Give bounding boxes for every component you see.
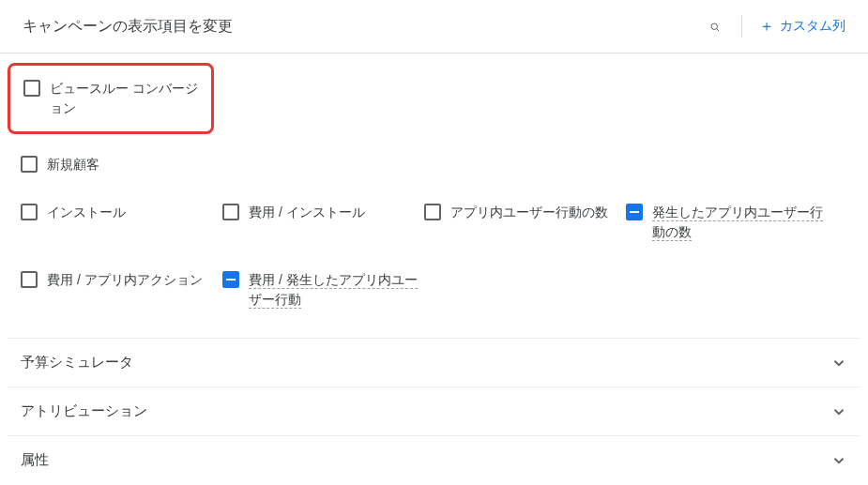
item-label: インストール <box>47 203 126 222</box>
item-install[interactable]: インストール <box>21 203 126 222</box>
item-label: 費用 / アプリ内アクション <box>47 270 203 290</box>
checkbox-unchecked[interactable] <box>21 156 38 173</box>
item-label: ビュースルー コンバージョン <box>50 79 198 118</box>
checkbox-unchecked[interactable] <box>21 204 38 220</box>
section-attributes[interactable]: 属性 <box>8 435 860 484</box>
item-label: 発生したアプリ内ユーザー行動の数 <box>652 205 823 241</box>
item-label: アプリ内ユーザー行動の数 <box>450 203 608 222</box>
item-view-through-conv[interactable]: ビュースルー コンバージョン <box>23 79 198 118</box>
custom-column-label: カスタム列 <box>780 18 845 35</box>
item-label: 費用 / インストール <box>249 203 365 222</box>
item-label-wrapper: 費用 / 発生したアプリ内ユーザー行動 <box>249 270 424 310</box>
checkbox-indeterminate[interactable] <box>222 271 239 288</box>
section-attribution[interactable]: アトリビューション <box>8 386 860 435</box>
item-occurred-in-app-actions[interactable]: 発生したアプリ内ユーザー行動の数 <box>626 203 828 242</box>
item-cost-per-occurred-action[interactable]: 費用 / 発生したアプリ内ユーザー行動 <box>222 270 424 310</box>
custom-column-button[interactable]: ＋ カスタム列 <box>759 17 845 37</box>
content: ビュースルー コンバージョン 新規顧客 インストール 費用 / インストール <box>0 53 868 484</box>
checkbox-unchecked[interactable] <box>424 204 441 220</box>
highlight-box: ビュースルー コンバージョン <box>8 63 214 134</box>
item-cost-per-in-app-action[interactable]: 費用 / アプリ内アクション <box>21 270 203 290</box>
item-cost-per-install[interactable]: 費用 / インストール <box>222 203 365 222</box>
search-icon[interactable] <box>706 17 724 36</box>
section-budget-simulator[interactable]: 予算シミュレータ <box>8 338 860 386</box>
item-in-app-actions-count[interactable]: アプリ内ユーザー行動の数 <box>424 203 608 222</box>
header-actions: ＋ カスタム列 <box>706 15 845 38</box>
section-title: 予算シミュレータ <box>21 354 133 371</box>
divider <box>741 15 742 38</box>
svg-line-1 <box>717 29 719 31</box>
chevron-down-icon <box>830 355 847 371</box>
item-label: 新規顧客 <box>47 155 99 174</box>
plus-icon: ＋ <box>759 17 774 37</box>
section-title: 属性 <box>21 451 49 469</box>
section-title: アトリビューション <box>21 402 147 420</box>
checkbox-indeterminate[interactable] <box>626 204 643 220</box>
item-label-wrapper: 発生したアプリ内ユーザー行動の数 <box>652 203 828 242</box>
checkbox-unchecked[interactable] <box>23 80 40 97</box>
page-title: キャンペーンの表示項目を変更 <box>23 17 233 37</box>
checkbox-unchecked[interactable] <box>21 271 38 288</box>
item-new-customer[interactable]: 新規顧客 <box>21 155 99 174</box>
chevron-down-icon <box>830 403 847 420</box>
item-label: 費用 / 発生したアプリ内ユーザー行動 <box>249 272 418 309</box>
checkbox-unchecked[interactable] <box>222 204 239 220</box>
chevron-down-icon <box>830 452 847 469</box>
svg-point-0 <box>711 23 718 30</box>
header: キャンペーンの表示項目を変更 ＋ カスタム列 <box>0 0 868 53</box>
